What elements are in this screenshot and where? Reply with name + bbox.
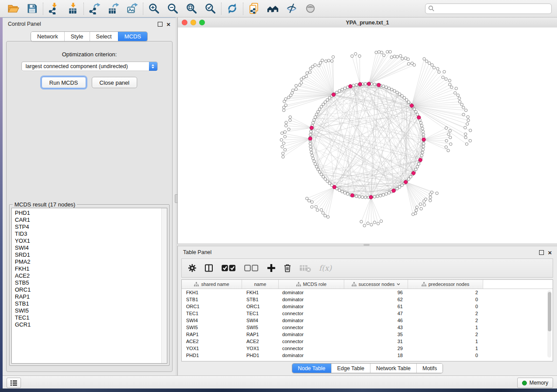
tab-style[interactable]: Style	[64, 32, 90, 41]
table-cell[interactable]: SWI4	[242, 318, 279, 323]
table-cell[interactable]: 18	[344, 353, 408, 358]
tab-motifs[interactable]: Motifs	[416, 364, 443, 373]
table-cell[interactable]: YOX1	[182, 346, 242, 351]
table-row[interactable]: FKH1FKH1dominator962	[182, 289, 553, 296]
table-cell[interactable]: 2	[408, 332, 483, 337]
table-cell[interactable]: connector	[279, 325, 344, 330]
table-cell[interactable]: 2	[408, 290, 483, 295]
hide-graphics-details-button[interactable]	[286, 3, 298, 14]
table-cell[interactable]: TEC1	[182, 311, 242, 316]
table-row[interactable]: SWI4SWI4dominator462	[182, 317, 553, 324]
table-cell[interactable]: ACE2	[182, 339, 242, 344]
table-cell[interactable]: dominator	[279, 353, 344, 358]
close-panel-button[interactable]: Close panel	[92, 77, 138, 88]
table-cell[interactable]: 0	[408, 304, 483, 309]
table-cell[interactable]: dominator	[279, 318, 344, 323]
export-network-button[interactable]	[89, 3, 100, 14]
table-row[interactable]: SWI5SWI5connector431	[182, 324, 553, 331]
table-row[interactable]: ORC1ORC1dominator610	[182, 303, 553, 310]
refresh-view-button[interactable]	[226, 3, 238, 14]
table-row[interactable]: ACE2ACE2connector311	[182, 338, 553, 345]
column-header-predecessor-nodes[interactable]: predecessor nodes	[408, 280, 483, 289]
table-cell[interactable]: 43	[344, 325, 408, 330]
mcds-result-item[interactable]: CAR1	[15, 217, 167, 224]
show-view-button[interactable]	[304, 3, 316, 14]
tab-edge-table[interactable]: Edge Table	[331, 364, 370, 373]
mcds-result-item[interactable]: PHD1	[15, 210, 167, 217]
mcds-result-item[interactable]: TEC1	[15, 314, 167, 321]
close-window-icon[interactable]	[182, 20, 187, 25]
memory-button[interactable]: Memory	[517, 378, 553, 388]
table-cell[interactable]: 96	[344, 290, 408, 295]
table-cell[interactable]: RAP1	[182, 332, 242, 337]
delete-column-button[interactable]	[284, 264, 291, 272]
table-cell[interactable]: SWI5	[242, 325, 279, 330]
mcds-result-item[interactable]: SRD1	[15, 251, 167, 258]
table-cell[interactable]: RAP1	[242, 332, 279, 337]
float-panel-icon[interactable]	[158, 22, 163, 27]
table-settings-button[interactable]	[188, 264, 197, 272]
close-panel-icon[interactable]: ×	[548, 251, 552, 254]
table-cell[interactable]: connector	[279, 339, 344, 344]
table-row[interactable]: YOX1YOX1connector291	[182, 345, 553, 352]
table-cell[interactable]: ORC1	[242, 304, 279, 309]
table-cell[interactable]: YOX1	[242, 346, 279, 351]
table-cell[interactable]: 2	[408, 311, 483, 316]
zoom-out-button[interactable]	[167, 3, 179, 14]
network-window-titlebar[interactable]: YPA_prune.txt_1	[178, 17, 557, 28]
table-cell[interactable]: 46	[344, 318, 408, 323]
mcds-result-item[interactable]: FKH1	[15, 265, 167, 272]
table-cell[interactable]: 61	[344, 304, 408, 309]
mcds-result-item[interactable]: RAP1	[15, 293, 167, 300]
tab-select[interactable]: Select	[90, 32, 118, 41]
table-cell[interactable]: PHD1	[182, 353, 242, 358]
table-cell[interactable]: 1	[408, 346, 483, 351]
deselect-all-button[interactable]	[244, 264, 259, 272]
mcds-result-item[interactable]: PMA2	[15, 258, 167, 265]
delete-table-button-disabled[interactable]	[299, 264, 311, 272]
import-table-button[interactable]	[67, 3, 79, 14]
task-history-button[interactable]	[7, 378, 21, 388]
save-session-button[interactable]	[26, 3, 38, 14]
table-cell[interactable]: ACE2	[242, 339, 279, 344]
scrollbar-thumb[interactable]	[548, 292, 551, 331]
table-scrollbar[interactable]	[547, 290, 551, 358]
maximize-window-icon[interactable]	[199, 20, 205, 25]
open-file-button[interactable]	[7, 3, 19, 14]
mcds-result-item[interactable]: SWI4	[15, 244, 167, 251]
table-cell[interactable]: 0	[408, 297, 483, 302]
table-cell[interactable]: dominator	[279, 297, 344, 302]
select-all-button[interactable]	[221, 264, 236, 272]
float-panel-icon[interactable]	[539, 250, 544, 255]
show-columns-button[interactable]	[204, 264, 213, 272]
tab-mcds[interactable]: MCDS	[118, 32, 147, 41]
mcds-result-item[interactable]: TID3	[15, 230, 167, 237]
add-column-button[interactable]	[267, 264, 276, 272]
splitter-grip[interactable]	[363, 244, 370, 246]
table-cell[interactable]: 1	[408, 325, 483, 330]
network-view-canvas[interactable]	[178, 28, 557, 244]
table-cell[interactable]: 31	[344, 339, 408, 344]
table-cell[interactable]: connector	[279, 311, 344, 316]
share-document-button[interactable]	[248, 3, 260, 14]
table-cell[interactable]: dominator	[279, 290, 344, 295]
table-cell[interactable]: 47	[344, 311, 408, 316]
run-mcds-button[interactable]: Run MCDS	[42, 77, 86, 88]
table-row[interactable]: RAP1RAP1dominator352	[182, 331, 553, 338]
table-cell[interactable]: STB1	[242, 297, 279, 302]
function-builder-button-disabled[interactable]: f(x)	[319, 264, 332, 272]
zoom-selected-button[interactable]	[204, 3, 216, 14]
table-cell[interactable]: 0	[408, 353, 483, 358]
table-cell[interactable]: ORC1	[182, 304, 242, 309]
minimize-window-icon[interactable]	[190, 20, 196, 25]
mcds-list-scrollbar[interactable]	[161, 208, 167, 363]
mcds-result-item[interactable]: YOX1	[15, 237, 167, 244]
table-cell[interactable]: SWI5	[182, 325, 242, 330]
table-cell[interactable]: 29	[344, 346, 408, 351]
table-cell[interactable]: 2	[408, 318, 483, 323]
search-input[interactable]	[425, 3, 552, 14]
table-cell[interactable]: FKH1	[242, 290, 279, 295]
column-header-shared-name[interactable]: shared name	[182, 280, 242, 289]
table-cell[interactable]: dominator	[279, 332, 344, 337]
close-panel-icon[interactable]: ×	[166, 22, 170, 26]
